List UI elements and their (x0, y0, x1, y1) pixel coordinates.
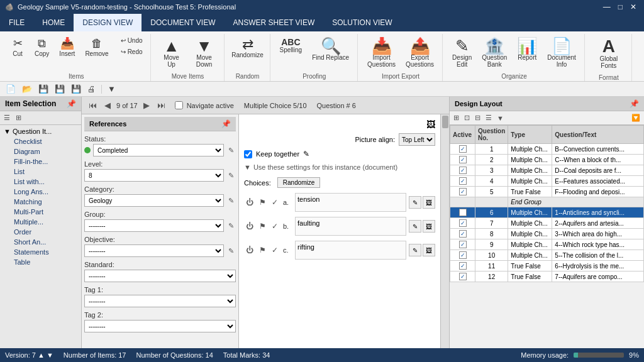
tree-item-order[interactable]: Order (1, 227, 80, 237)
keep-together-checkbox[interactable] (244, 150, 252, 158)
tree-item-longanswer[interactable]: Long Ans... (1, 187, 80, 197)
active-checkbox[interactable] (459, 188, 467, 195)
tree-item-list[interactable]: List (1, 167, 80, 177)
dt-btn3[interactable]: ⊟ (473, 113, 482, 123)
dropdown-btn[interactable]: ▼ (106, 84, 118, 94)
menu-answer-sheet[interactable]: ANSWER SHEET VIEW (224, 14, 323, 31)
active-checkbox[interactable] (459, 262, 467, 270)
menu-solution-view[interactable]: SOLUTION VIEW (323, 14, 401, 31)
version-up-btn[interactable]: ▲ (38, 351, 45, 359)
table-row[interactable]: 4 Multiple Ch... E--Features associated.… (450, 176, 644, 187)
move-up-button[interactable]: ▲ Move Up (156, 35, 187, 70)
dt-btn4[interactable]: ☰ (484, 113, 494, 123)
maximize-btn[interactable]: □ (616, 3, 625, 11)
status-select[interactable]: Completed (93, 144, 224, 156)
menu-file[interactable]: FILE (0, 14, 33, 31)
design-pin-icon[interactable]: 📌 (630, 99, 639, 108)
tree-item-table[interactable]: Table (1, 257, 80, 267)
menu-document-view[interactable]: DOCUMENT VIEW (142, 14, 224, 31)
menu-home[interactable]: HOME (33, 14, 74, 31)
choice-c-edit-btn[interactable]: ✎ (409, 244, 421, 256)
level-edit-btn[interactable]: ✎ (226, 171, 236, 180)
pin-icon[interactable]: 📌 (67, 99, 76, 108)
minimize-btn[interactable]: — (601, 3, 613, 11)
edit-icon[interactable]: ✎ (303, 150, 309, 158)
choice-c-text[interactable]: rifting (295, 241, 406, 260)
editor-scrollbar[interactable] (440, 114, 449, 348)
save2-btn[interactable]: 💾 (69, 84, 83, 94)
table-row[interactable]: 7 Multiple Ch... 2--Aquifers and artesia… (450, 218, 644, 229)
table-row[interactable]: 2 Multiple Ch... C--When a block of th..… (450, 155, 644, 165)
global-fonts-button[interactable]: A Global Fonts (590, 35, 628, 72)
active-checkbox[interactable] (459, 177, 467, 185)
open-btn[interactable]: 📂 (20, 84, 34, 94)
grid-view-btn[interactable]: ⊞ (14, 113, 23, 123)
choice-b-img-btn[interactable]: 🖼 (423, 220, 435, 233)
objective-edit-btn[interactable]: ✎ (226, 246, 236, 256)
choice-c-img-btn[interactable]: 🖼 (423, 244, 435, 256)
choice-b-edit-btn[interactable]: ✎ (409, 220, 421, 233)
save-as-btn[interactable]: 💾 (53, 84, 67, 94)
tree-item-listwith[interactable]: List with... (1, 177, 80, 187)
choice-a-flag-icon[interactable]: ⚑ (257, 197, 268, 208)
version-down-btn[interactable]: ▼ (47, 351, 53, 359)
tag1-select[interactable]: -------- (84, 295, 236, 307)
choice-b-flag-icon[interactable]: ⚑ (257, 221, 268, 232)
settings-link[interactable]: ▼ Use these settings for this instance (… (244, 163, 435, 171)
dt-btn2[interactable]: ⊡ (462, 113, 472, 123)
active-checkbox[interactable] (459, 167, 467, 174)
choice-c-flag-icon[interactable]: ⚑ (257, 244, 268, 256)
dt-filter-btn[interactable]: 🔽 (630, 113, 642, 123)
move-down-button[interactable]: ▼ Move Down (189, 35, 220, 70)
tag2-select[interactable]: -------- (84, 320, 236, 332)
active-checkbox[interactable] (459, 230, 467, 238)
align-select[interactable]: Top Left (399, 133, 435, 146)
redo-button[interactable]: ↪ Redo (117, 47, 147, 57)
scroll-thumb[interactable] (442, 116, 448, 128)
choice-a-text[interactable]: tension (295, 193, 406, 212)
table-row[interactable]: 8 Multiple Ch... 3--Which area do high..… (450, 229, 644, 239)
choice-b-check-icon[interactable]: ✓ (269, 221, 280, 232)
find-replace-button[interactable]: 🔍 Find Replace (308, 35, 353, 63)
nav-last-btn[interactable]: ⏭ (155, 100, 167, 111)
table-row[interactable]: 5 True False F--Flooding and deposi... (450, 187, 644, 197)
active-checkbox[interactable] (459, 241, 467, 248)
tree-item-shortanswer[interactable]: Short An... (1, 237, 80, 247)
export-button[interactable]: 📤 Export Questions (401, 35, 438, 70)
spelling-button[interactable]: ABC Spelling (275, 35, 307, 56)
choice-a-power-icon[interactable]: ⏻ (244, 197, 255, 208)
choice-a-edit-btn[interactable]: ✎ (409, 196, 421, 209)
tree-item-matching[interactable]: Matching (1, 197, 80, 207)
dt-btn5[interactable]: ▼ (495, 114, 506, 123)
report-button[interactable]: 📊 Report (513, 35, 541, 63)
tree-item-checklist[interactable]: Checklist (1, 136, 80, 146)
table-row[interactable]: 11 True False 6--Hydrolysis is the me... (450, 261, 644, 272)
undo-button[interactable]: ↩ Undo (117, 35, 147, 46)
tree-item-diagram[interactable]: Diagram (1, 146, 80, 156)
active-checkbox[interactable] (459, 251, 467, 259)
objective-select[interactable]: -------- (84, 244, 224, 257)
import-button[interactable]: 📥 Import Questions (363, 35, 400, 70)
tree-root-item[interactable]: ▼ Question It... (1, 126, 80, 136)
group-select[interactable]: -------- (84, 219, 224, 232)
nav-first-btn[interactable]: ⏮ (87, 100, 99, 111)
question-bank-button[interactable]: 🏦 Question Bank (477, 35, 511, 70)
tree-item-statements[interactable]: Statements (1, 247, 80, 257)
choice-b-text[interactable]: faulting (295, 217, 406, 236)
menu-design-view[interactable]: DESIGN VIEW (74, 14, 142, 31)
tree-item-multipart[interactable]: Multi-Part (1, 207, 80, 217)
choice-b-power-icon[interactable]: ⏻ (244, 221, 255, 232)
active-checkbox[interactable] (459, 145, 467, 153)
doc-info-button[interactable]: 📄 Document Info (543, 35, 580, 70)
randomize-btn[interactable]: Randomize (277, 177, 321, 188)
table-row[interactable]: 1 Multiple Ch... B--Convection currents.… (450, 144, 644, 155)
choice-c-check-icon[interactable]: ✓ (269, 244, 280, 256)
table-row[interactable]: 3 Multiple Ch... D--Coal deposits are f.… (450, 165, 644, 176)
save-btn[interactable]: 💾 (36, 84, 50, 94)
table-row[interactable]: 9 Multiple Ch... 4--Which rock type has.… (450, 239, 644, 250)
choice-a-check-icon[interactable]: ✓ (269, 197, 280, 208)
table-row[interactable]: End Group (450, 197, 644, 207)
nav-prev-btn[interactable]: ◀ (103, 100, 113, 111)
close-btn[interactable]: ✕ (628, 3, 639, 11)
copy-button[interactable]: ⧉ Copy (30, 35, 53, 60)
